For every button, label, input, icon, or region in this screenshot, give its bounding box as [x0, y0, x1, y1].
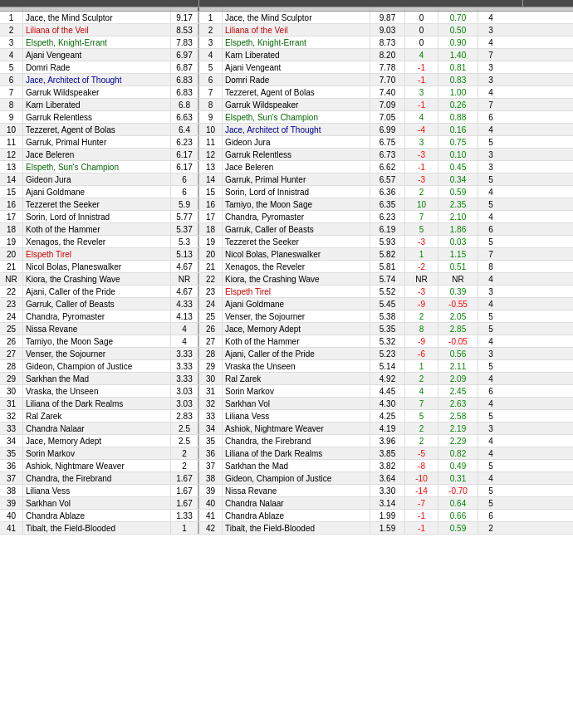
rank2: 17: [199, 211, 223, 222]
rating2: 6.19: [370, 223, 405, 235]
name1: Liliana of the Veil: [23, 24, 171, 36]
rating-diff: -0.55: [438, 298, 478, 310]
name1: Gideon Jura: [23, 173, 171, 185]
rank1: 40: [0, 510, 23, 521]
name1: Ashiok, Nightmare Weaver: [23, 460, 171, 471]
name2: Venser, the Sojourner: [223, 310, 370, 322]
mm-header: [0, 0, 199, 7]
table-row: 19 Xenagos, the Reveler 5.3 19 Tezzeret …: [0, 236, 573, 248]
table-row: 38 Liliana Vess 1.67 39 Nissa Revane 3.3…: [0, 485, 573, 497]
rank-diff: 3: [405, 86, 438, 98]
name2: Sorin, Lord of Innistrad: [223, 186, 370, 198]
rank1: 24: [0, 310, 23, 322]
name1: Karn Liberated: [23, 99, 171, 110]
rating2: 8.20: [370, 49, 405, 61]
rating2: 7.70: [370, 74, 405, 86]
name2: Ajani, Caller of the Pride: [223, 348, 370, 359]
rank1: 31: [0, 398, 23, 409]
cmc: 3: [478, 61, 503, 73]
cmc: 4: [478, 211, 503, 222]
rating-diff: 0.50: [438, 24, 478, 36]
table-row: NR Kiora, the Crashing Wave NR 22 Kiora,…: [0, 273, 573, 286]
table-row: 20 Elspeth Tirel 5.13 20 Nicol Bolas, Pl…: [0, 248, 573, 261]
name1: Chandra, Pyromaster: [23, 310, 171, 322]
name1: Elspeth Tirel: [23, 248, 171, 260]
name2: Liliana of the Dark Realms: [223, 447, 370, 459]
cmc: 4: [478, 373, 503, 384]
rank1: 30: [0, 385, 23, 397]
rank2: 4: [199, 49, 223, 61]
rating-diff: 2.19: [438, 423, 478, 434]
rank2: 14: [199, 173, 223, 185]
table-row: 22 Ajani, Caller of the Pride 4.67 23 El…: [0, 286, 573, 298]
rank1: 8: [0, 99, 23, 110]
cmc: 4: [478, 298, 503, 310]
table-row: 29 Sarkhan the Mad 3.33 30 Ral Zarek 4.9…: [0, 373, 573, 385]
rating1: 3.33: [171, 348, 199, 359]
rank2: 30: [199, 373, 223, 384]
rating-diff: 0.26: [438, 99, 478, 110]
table-row: 8 Karn Liberated 6.8 8 Garruk Wildspeake…: [0, 99, 573, 111]
rating1: 6: [171, 173, 199, 185]
rating1: 6.8: [171, 99, 199, 110]
table-row: 13 Elspeth, Sun's Champion 6.17 13 Jace …: [0, 161, 573, 173]
table-row: 25 Nissa Revane 4 26 Jace, Memory Adept …: [0, 323, 573, 335]
rating2: 9.03: [370, 24, 405, 36]
name1: Jace, the Mind Sculptor: [23, 12, 171, 23]
rank2: 21: [199, 261, 223, 272]
ch-rating2: [370, 7, 405, 11]
name2: Xenagos, the Reveler: [223, 261, 370, 272]
rating2: 6.62: [370, 161, 405, 173]
rank2: 20: [199, 248, 223, 260]
rank1: 36: [0, 460, 23, 471]
rank2: 19: [199, 236, 223, 247]
rating1: 5.13: [171, 248, 199, 260]
rank-diff: -2: [405, 261, 438, 272]
name1: Sorin, Lord of Innistrad: [23, 211, 171, 222]
cmc: 5: [478, 173, 503, 185]
rating2: 5.32: [370, 335, 405, 347]
rating1: 5.3: [171, 236, 199, 247]
name2: Nicol Bolas, Planeswalker: [223, 248, 370, 260]
rank1: 32: [0, 410, 23, 422]
ch-rank1: [0, 7, 23, 11]
cmc: 3: [478, 423, 503, 434]
rank-diff: -1: [405, 99, 438, 110]
table-row: 41 Tibalt, the Field-Blooded 1 42 Tibalt…: [0, 522, 573, 535]
rating-diff: 2.35: [438, 198, 478, 210]
rating2: 5.38: [370, 310, 405, 322]
rating1: 1.33: [171, 510, 199, 521]
rating1: 2.5: [171, 435, 199, 447]
rank1: 28: [0, 360, 23, 372]
table-row: 14 Gideon Jura 6 14 Garruk, Primal Hunte…: [0, 173, 573, 186]
rating-diff: 2.10: [438, 211, 478, 222]
rating2: 3.82: [370, 460, 405, 471]
rank-diff: -3: [405, 149, 438, 160]
rating2: 6.57: [370, 173, 405, 185]
name1: Xenagos, the Reveler: [23, 236, 171, 247]
rank2: 1: [199, 12, 223, 23]
rank-diff: -1: [405, 161, 438, 173]
rank1: 39: [0, 497, 23, 509]
rating1: 8.53: [171, 24, 199, 36]
rating-diff: 0.39: [438, 286, 478, 297]
rating-diff: 0.64: [438, 497, 478, 509]
rank1: 10: [0, 124, 23, 135]
rank1: 3: [0, 37, 23, 48]
rating2: 6.36: [370, 186, 405, 198]
rank1: 18: [0, 223, 23, 235]
rating-diff: NR: [438, 273, 478, 285]
rank-diff: -10: [405, 472, 438, 484]
ch-name1: [23, 7, 171, 11]
rating2: 6.73: [370, 149, 405, 160]
name1: Jace, Architect of Thought: [23, 74, 171, 86]
cmc: 4: [478, 472, 503, 484]
rank-diff: -3: [405, 173, 438, 185]
rank1: 21: [0, 261, 23, 272]
rank-diff: NR: [405, 273, 438, 285]
rating2: 3.64: [370, 472, 405, 484]
cmc: 5: [478, 310, 503, 322]
table-row: 36 Ashiok, Nightmare Weaver 2 37 Sarkhan…: [0, 460, 573, 472]
rank1: 14: [0, 173, 23, 185]
table-row: 7 Garruk Wildspeaker 6.83 7 Tezzeret, Ag…: [0, 86, 573, 99]
